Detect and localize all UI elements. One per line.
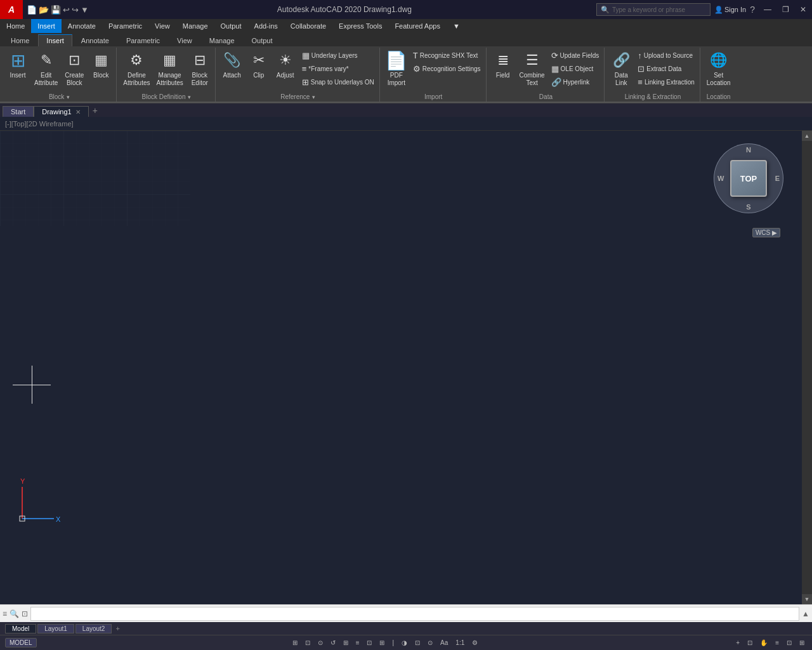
linking-extraction-button[interactable]: ≡ Linking Extraction bbox=[635, 76, 697, 88]
manage-attributes-button[interactable]: ▦ Manage Attributes bbox=[154, 49, 186, 92]
tab-start[interactable]: Start bbox=[3, 106, 34, 117]
sign-in-area[interactable]: 👤 Sign In bbox=[714, 6, 746, 14]
ole-object-button[interactable]: ▦ OLE Object bbox=[549, 62, 602, 75]
command-input[interactable] bbox=[30, 607, 799, 621]
tab-home[interactable]: Home bbox=[3, 34, 37, 46]
close-button[interactable]: ✕ bbox=[794, 0, 812, 19]
add-layout-button[interactable]: + bbox=[113, 624, 122, 633]
properties-palette[interactable]: ≡ bbox=[773, 639, 782, 647]
tab-output[interactable]: Output bbox=[244, 34, 281, 46]
clip-button[interactable]: ✂ Clip bbox=[246, 49, 272, 92]
underlay-layers-button[interactable]: ▦ Underlay Layers bbox=[299, 49, 377, 62]
new-icon[interactable]: 📄 bbox=[27, 5, 37, 15]
maximize-button[interactable]: ❐ bbox=[776, 0, 794, 19]
qa-more-icon[interactable]: ▼ bbox=[81, 5, 89, 15]
open-icon[interactable]: 📂 bbox=[39, 5, 49, 15]
annotation-scale[interactable]: 1:1 bbox=[453, 639, 467, 647]
hyperlink-button[interactable]: 🔗 Hyperlink bbox=[549, 76, 602, 88]
grid-toggle[interactable]: ⊞ bbox=[290, 639, 300, 647]
menu-home[interactable]: Home bbox=[0, 19, 31, 33]
snap-underlays-button[interactable]: ⊞ Snap to Underlays ON bbox=[299, 76, 377, 88]
upload-source-button[interactable]: ↑ Upload to Source bbox=[635, 49, 697, 62]
menu-express-tools[interactable]: Express Tools bbox=[332, 19, 388, 33]
wcs-label[interactable]: WCS ▶ bbox=[752, 228, 780, 237]
menu-insert[interactable]: Insert bbox=[31, 19, 62, 33]
group-block-label[interactable]: Block ▾ bbox=[5, 92, 114, 100]
menu-manage[interactable]: Manage bbox=[176, 19, 214, 33]
menu-view[interactable]: View bbox=[148, 19, 176, 33]
block-button[interactable]: ▦ Block bbox=[88, 49, 114, 92]
viewport-controls[interactable]: ⊞ bbox=[797, 639, 807, 647]
tab-view[interactable]: View bbox=[169, 34, 200, 46]
drawing-area[interactable]: Y X N S E W TOP WCS ▶ ▲ ▼ bbox=[0, 131, 812, 604]
block-editor-button[interactable]: ⊟ Block Editor bbox=[187, 49, 213, 92]
workspace-settings[interactable]: ⚙ bbox=[469, 639, 480, 647]
attach-button[interactable]: 📎 Attach bbox=[219, 49, 245, 92]
transparency-button[interactable]: ◑ bbox=[399, 639, 410, 647]
zoom-in[interactable]: + bbox=[733, 639, 742, 647]
cmd-icon-search[interactable]: 🔍 bbox=[10, 609, 19, 618]
ortho-toggle[interactable]: ⊙ bbox=[315, 639, 325, 647]
combine-text-button[interactable]: ☰ Combine Text bbox=[517, 49, 547, 92]
tab-manage[interactable]: Manage bbox=[201, 34, 243, 46]
block-group-dropdown[interactable]: ▾ bbox=[67, 94, 70, 100]
layout-tab-layout2[interactable]: Layout2 bbox=[75, 624, 112, 633]
layout-tab-layout1[interactable]: Layout1 bbox=[37, 624, 74, 633]
layout-tab-model[interactable]: Model bbox=[5, 624, 36, 633]
recognition-settings-button[interactable]: ⚙ Recognition Settings bbox=[410, 62, 483, 75]
frames-vary-button[interactable]: ≡ *Frames vary* bbox=[299, 62, 377, 75]
lineweight-button[interactable]: | bbox=[390, 639, 396, 647]
tab-insert[interactable]: Insert bbox=[38, 34, 72, 46]
menu-parametric[interactable]: Parametric bbox=[102, 19, 148, 33]
compass-ring[interactable]: N S E W TOP bbox=[714, 143, 783, 213]
model-space-button[interactable]: MODEL bbox=[5, 638, 37, 647]
undo-icon[interactable]: ↩ bbox=[63, 5, 70, 15]
sign-in-label[interactable]: Sign In bbox=[724, 6, 746, 13]
help-icon[interactable]: ? bbox=[750, 4, 755, 15]
menu-collaborate[interactable]: Collaborate bbox=[284, 19, 332, 33]
vertical-scrollbar[interactable]: ▲ ▼ bbox=[802, 131, 812, 604]
create-block-button[interactable]: ⊡ Create Block bbox=[62, 49, 87, 92]
recognize-shx-button[interactable]: T Recognize SHX Text bbox=[410, 49, 483, 62]
dynamic-ucs[interactable]: ⊡ bbox=[364, 639, 374, 647]
update-fields-button[interactable]: ⟳ Update Fields bbox=[549, 49, 602, 62]
window-controls[interactable]: — ❐ ✕ bbox=[759, 0, 812, 19]
tab-annotate[interactable]: Annotate bbox=[73, 34, 117, 46]
minimize-button[interactable]: — bbox=[759, 0, 776, 19]
nav-cube[interactable]: N S E W TOP WCS ▶ bbox=[710, 143, 787, 245]
selection-cycling[interactable]: ⊡ bbox=[412, 639, 422, 647]
menu-output[interactable]: Output bbox=[214, 19, 248, 33]
cmd-icon-prompt[interactable]: ⊡ bbox=[22, 609, 28, 618]
extract-data-button[interactable]: ⊡ Extract Data bbox=[635, 62, 697, 75]
snap-toggle[interactable]: ⊡ bbox=[303, 639, 313, 647]
cmd-scroll-up[interactable]: ▲ bbox=[802, 609, 809, 618]
redo-icon[interactable]: ↪ bbox=[72, 5, 79, 15]
new-tab-button[interactable]: + bbox=[89, 104, 102, 117]
scroll-down-button[interactable]: ▼ bbox=[802, 594, 812, 604]
define-attributes-button[interactable]: ⚙ Define Attributes bbox=[121, 49, 152, 92]
cmd-icon-left[interactable]: ≡ bbox=[3, 609, 7, 618]
block-def-dropdown[interactable]: ▾ bbox=[188, 94, 191, 100]
tab-parametric[interactable]: Parametric bbox=[118, 34, 168, 46]
pan-navigate[interactable]: ✋ bbox=[757, 639, 770, 647]
set-location-button[interactable]: 🌐 Set Location bbox=[704, 49, 733, 92]
edit-attribute-button[interactable]: ✎ Edit Attribute bbox=[32, 49, 60, 92]
tab-drawing1[interactable]: Drawing1 ✕ bbox=[34, 106, 88, 117]
field-button[interactable]: ≣ Field bbox=[490, 49, 516, 92]
save-icon[interactable]: 💾 bbox=[51, 5, 61, 15]
menu-featured-apps[interactable]: Featured Apps bbox=[388, 19, 447, 33]
menu-addins[interactable]: Add-ins bbox=[248, 19, 284, 33]
zoom-extent[interactable]: ⊡ bbox=[745, 639, 755, 647]
object-snap-tracking[interactable]: ≡ bbox=[353, 639, 362, 647]
reference-dropdown[interactable]: ▾ bbox=[312, 94, 315, 100]
polar-toggle[interactable]: ↺ bbox=[328, 639, 338, 647]
annotation-visibility[interactable]: Aa bbox=[438, 639, 450, 647]
dynamic-input[interactable]: ⊞ bbox=[377, 639, 387, 647]
adjust-button[interactable]: ☀ Adjust bbox=[273, 49, 298, 92]
group-reference-label[interactable]: Reference ▾ bbox=[219, 92, 377, 100]
osnap-toggle[interactable]: ⊞ bbox=[341, 639, 351, 647]
scroll-track[interactable] bbox=[802, 141, 812, 594]
group-block-def-label[interactable]: Block Definition ▾ bbox=[121, 92, 213, 100]
data-link-button[interactable]: 🔗 Data Link bbox=[608, 49, 634, 92]
pdf-import-button[interactable]: 📄 PDF Import bbox=[384, 49, 409, 92]
